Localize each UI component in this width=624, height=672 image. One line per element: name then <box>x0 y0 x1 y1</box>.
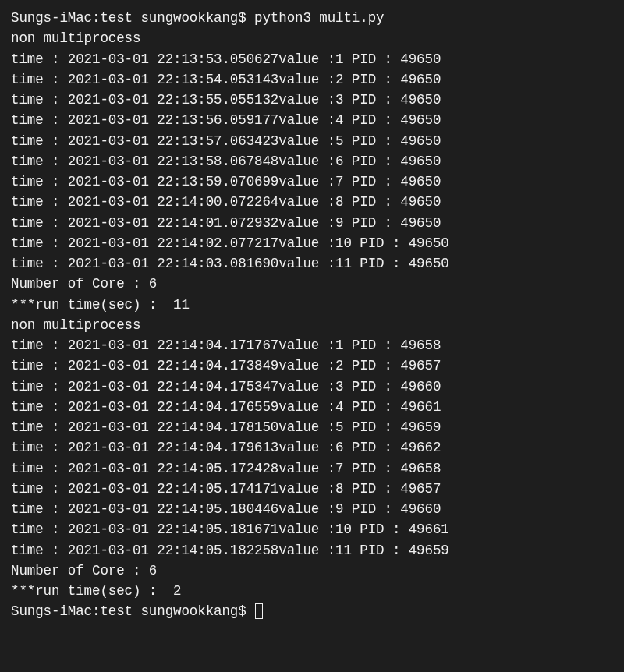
runtime-line: ***run time(sec) : 2 <box>11 581 613 601</box>
output-line: time : 2021-03-01 22:13:56.059177value :… <box>11 110 613 130</box>
output-line: time : 2021-03-01 22:13:53.050627value :… <box>11 49 613 69</box>
output-line: time : 2021-03-01 22:14:05.174171value :… <box>11 479 613 499</box>
output-line: time : 2021-03-01 22:13:59.070699value :… <box>11 172 613 192</box>
output-block-1: time : 2021-03-01 22:13:53.050627value :… <box>11 49 613 274</box>
output-block-2: time : 2021-03-01 22:14:04.171767value :… <box>11 335 613 561</box>
output-line: time : 2021-03-01 22:14:03.081690value :… <box>11 253 613 274</box>
output-line: time : 2021-03-01 22:14:05.172428value :… <box>11 458 613 479</box>
output-line: time : 2021-03-01 22:13:57.063423value :… <box>11 131 613 151</box>
output-line: time : 2021-03-01 22:14:04.171767value :… <box>11 335 613 355</box>
terminal-output[interactable]: Sungs-iMac:test sungwookkang$ python3 mu… <box>11 8 613 622</box>
output-line: time : 2021-03-01 22:14:00.072264value :… <box>11 192 613 212</box>
section-header: non multiprocess <box>11 28 613 48</box>
output-line: time : 2021-03-01 22:13:54.053143value :… <box>11 69 613 90</box>
output-line: time : 2021-03-01 22:14:04.173849value :… <box>11 355 613 376</box>
prompt-text: Sungs-iMac:test sungwookkang$ <box>11 603 254 619</box>
output-line: time : 2021-03-01 22:14:05.182258value :… <box>11 540 613 561</box>
runtime-line: ***run time(sec) : 11 <box>11 295 613 315</box>
output-line: time : 2021-03-01 22:13:58.067848value :… <box>11 151 613 172</box>
output-line: time : 2021-03-01 22:13:55.055132value :… <box>11 90 613 110</box>
core-count-line: Number of Core : 6 <box>11 561 613 581</box>
output-line: time : 2021-03-01 22:14:04.176559value :… <box>11 397 613 417</box>
output-line: time : 2021-03-01 22:14:05.181671value :… <box>11 519 613 539</box>
core-count-line: Number of Core : 6 <box>11 274 613 294</box>
output-line: time : 2021-03-01 22:14:02.077217value :… <box>11 233 613 253</box>
command-prompt-line[interactable]: Sungs-iMac:test sungwookkang$ <box>11 601 613 621</box>
output-line: time : 2021-03-01 22:14:04.179613value :… <box>11 437 613 458</box>
output-line: time : 2021-03-01 22:14:01.072932value :… <box>11 213 613 233</box>
command-prompt-line: Sungs-iMac:test sungwookkang$ python3 mu… <box>11 8 613 28</box>
output-line: time : 2021-03-01 22:14:04.178150value :… <box>11 417 613 437</box>
cursor-icon <box>255 603 263 619</box>
output-line: time : 2021-03-01 22:14:05.180446value :… <box>11 499 613 519</box>
output-line: time : 2021-03-01 22:14:04.175347value :… <box>11 377 613 397</box>
section-header: non multiprocess <box>11 315 613 335</box>
